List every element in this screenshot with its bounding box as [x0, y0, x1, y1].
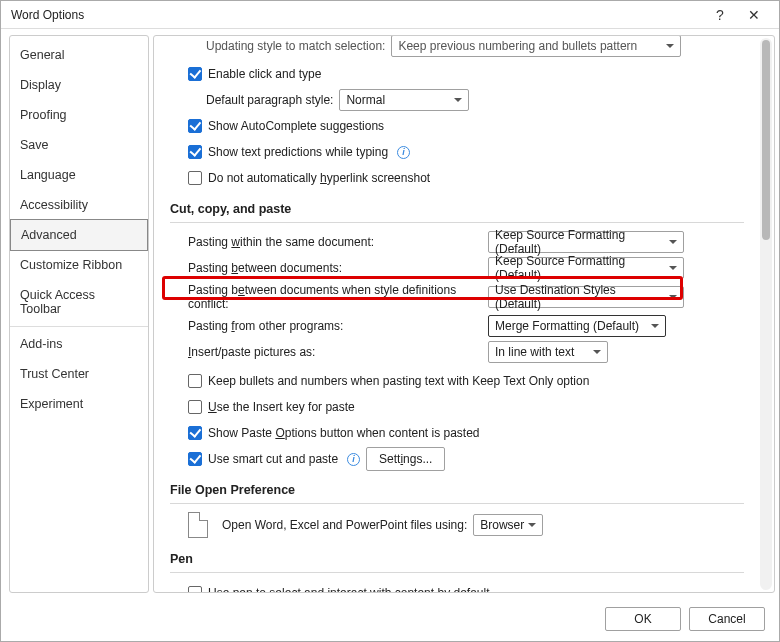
content-pane: Updating style to match selection: Keep … [153, 35, 775, 593]
main-split: General Display Proofing Save Language A… [1, 29, 779, 599]
updating-style-row: Updating style to match selection: Keep … [170, 36, 744, 58]
show-text-predictions-row: Show text predictions while typing [170, 140, 744, 164]
smart-cut-paste-label: Use smart cut and paste [208, 452, 338, 466]
show-autocomplete-label: Show AutoComplete suggestions [208, 119, 384, 133]
help-button[interactable]: ? [703, 1, 737, 29]
keep-bullets-label: Keep bullets and numbers when pasting te… [208, 374, 589, 388]
file-open-select[interactable]: Browser [473, 514, 543, 536]
dialog-footer: OK Cancel [1, 597, 779, 641]
show-paste-options-row: Show Paste Options button when content i… [170, 421, 744, 445]
titlebar: Word Options ? ✕ [1, 1, 779, 29]
insert-paste-pictures-label: Insert/paste pictures as: [188, 345, 488, 359]
file-open-label: Open Word, Excel and PowerPoint files us… [222, 518, 467, 532]
default-para-style-select[interactable]: Normal [339, 89, 469, 111]
ok-button[interactable]: OK [605, 607, 681, 631]
sidebar-item-trust-center[interactable]: Trust Center [10, 359, 148, 389]
sidebar-item-advanced[interactable]: Advanced [10, 219, 148, 251]
updating-style-select[interactable]: Keep previous numbering and bullets patt… [391, 36, 681, 57]
smart-cut-paste-checkbox[interactable] [188, 452, 202, 466]
use-pen-label: Use pen to select and interact with cont… [208, 586, 490, 592]
section-cut-copy-paste: Cut, copy, and paste [170, 192, 744, 223]
sidebar-item-customize-ribbon[interactable]: Customize Ribbon [10, 250, 148, 280]
enable-click-type-checkbox[interactable] [188, 67, 202, 81]
sidebar-item-quick-access-toolbar[interactable]: Quick Access Toolbar [10, 280, 148, 324]
show-text-predictions-label: Show text predictions while typing [208, 145, 388, 159]
no-auto-hyperlink-row: Do not automatically hyperlink screensho… [170, 166, 744, 190]
use-insert-key-row: Use the Insert key for paste [170, 395, 744, 419]
enable-click-type-label: Enable click and type [208, 67, 321, 81]
smart-cut-paste-row: Use smart cut and paste Settings... [170, 447, 744, 471]
scrollbar-thumb[interactable] [762, 40, 770, 240]
no-auto-hyperlink-label: Do not automatically hyperlink screensho… [208, 171, 430, 185]
category-sidebar: General Display Proofing Save Language A… [9, 35, 149, 593]
paste-between-conflict-select[interactable]: Use Destination Styles (Default) [488, 286, 684, 308]
show-paste-options-checkbox[interactable] [188, 426, 202, 440]
close-button[interactable]: ✕ [737, 1, 771, 29]
file-open-row: Open Word, Excel and PowerPoint files us… [170, 512, 744, 538]
document-icon [188, 512, 208, 538]
section-file-open: File Open Preference [170, 473, 744, 504]
vertical-scrollbar[interactable] [760, 38, 772, 590]
default-para-style-label: Default paragraph style: [206, 93, 333, 107]
updating-style-label: Updating style to match selection: [206, 39, 385, 53]
sidebar-item-accessibility[interactable]: Accessibility [10, 190, 148, 220]
sidebar-item-general[interactable]: General [10, 40, 148, 70]
sidebar-item-language[interactable]: Language [10, 160, 148, 190]
use-insert-key-checkbox[interactable] [188, 400, 202, 414]
sidebar-item-save[interactable]: Save [10, 130, 148, 160]
cancel-button[interactable]: Cancel [689, 607, 765, 631]
use-pen-row: Use pen to select and interact with cont… [170, 581, 744, 592]
paste-other-programs-select[interactable]: Merge Formatting (Default) [488, 315, 666, 337]
sidebar-item-experiment[interactable]: Experiment [10, 389, 148, 419]
window-title: Word Options [11, 8, 703, 22]
show-autocomplete-row: Show AutoComplete suggestions [170, 114, 744, 138]
sidebar-item-proofing[interactable]: Proofing [10, 100, 148, 130]
section-pen: Pen [170, 542, 744, 573]
no-auto-hyperlink-checkbox[interactable] [188, 171, 202, 185]
paste-between-select[interactable]: Keep Source Formatting (Default) [488, 257, 684, 279]
paste-within-label: Pasting within the same document: [188, 235, 488, 249]
use-pen-checkbox[interactable] [188, 586, 202, 592]
paste-other-programs-label: Pasting from other programs: [188, 319, 488, 333]
content-scroll: Updating style to match selection: Keep … [154, 36, 758, 592]
paste-between-conflict-label: Pasting between documents when style def… [188, 283, 488, 311]
default-para-style-row: Default paragraph style: Normal [170, 88, 744, 112]
enable-click-type-row: Enable click and type [170, 62, 744, 86]
keep-bullets-checkbox[interactable] [188, 374, 202, 388]
use-insert-key-label: Use the Insert key for paste [208, 400, 355, 414]
show-autocomplete-checkbox[interactable] [188, 119, 202, 133]
show-paste-options-label: Show Paste Options button when content i… [208, 426, 480, 440]
sidebar-item-display[interactable]: Display [10, 70, 148, 100]
settings-button[interactable]: Settings... [366, 447, 445, 471]
keep-bullets-row: Keep bullets and numbers when pasting te… [170, 369, 744, 393]
insert-paste-pictures-select[interactable]: In line with text [488, 341, 608, 363]
paste-between-label: Pasting between documents: [188, 261, 488, 275]
info-icon[interactable] [347, 453, 360, 466]
info-icon[interactable] [397, 146, 410, 159]
show-text-predictions-checkbox[interactable] [188, 145, 202, 159]
paste-within-select[interactable]: Keep Source Formatting (Default) [488, 231, 684, 253]
sidebar-item-add-ins[interactable]: Add-ins [10, 329, 148, 359]
paste-options-grid: Pasting within the same document: Keep S… [188, 231, 744, 363]
